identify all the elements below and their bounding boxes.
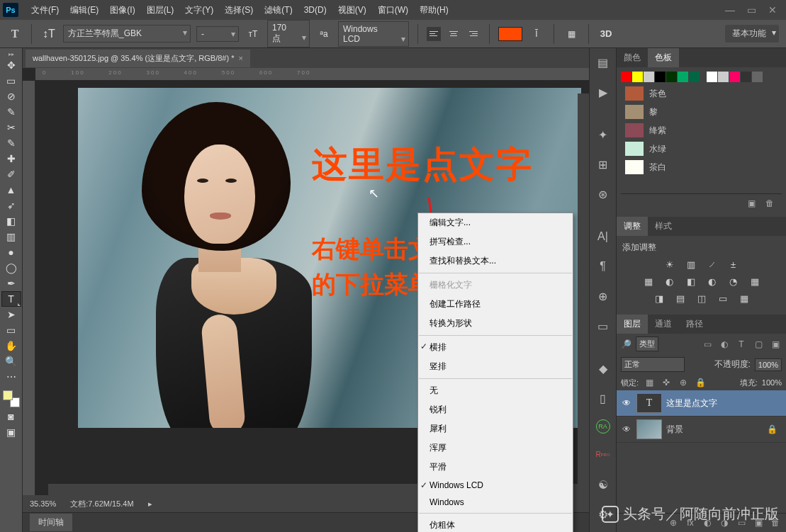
align-center-button[interactable] [447, 27, 461, 41]
ctx-vertical[interactable]: 竖排 [418, 357, 573, 376]
chmix-icon[interactable]: ▦ [747, 275, 763, 288]
menu-window[interactable]: 窗口(W) [372, 1, 414, 19]
lock-pixels-icon[interactable]: ▦ [643, 376, 656, 389]
swatch[interactable] [752, 72, 763, 82]
menu-file[interactable]: 文件(F) [26, 1, 64, 19]
fg-bg-colors[interactable] [1, 389, 21, 409]
blend-mode-dropdown[interactable]: 正常 [621, 357, 685, 372]
brightness-icon[interactable]: ☀ [662, 258, 678, 271]
tab-color[interactable]: 颜色 [617, 48, 648, 67]
brush-panel-icon[interactable]: ✦ [595, 126, 612, 143]
layer-item[interactable]: 👁 背景 🔒 [617, 417, 786, 443]
vibrance-icon[interactable]: ▦ [641, 275, 656, 288]
workspace-dropdown[interactable]: 基本功能 [725, 25, 779, 43]
device-panel-icon[interactable]: ▯ [595, 390, 612, 407]
ctx-workpath[interactable]: 创建工作路径 [418, 295, 573, 314]
swatch[interactable] [655, 72, 666, 82]
eyedropper-tool[interactable]: ✎ [1, 135, 21, 151]
font-family-dropdown[interactable]: 方正兰亭特黑_GBK [63, 25, 191, 43]
shape-tool[interactable]: ▭ [1, 322, 21, 338]
warp-text-icon[interactable]: Ĩ [528, 26, 545, 43]
swatch-item[interactable]: 黎 [621, 103, 782, 121]
swatch[interactable] [689, 72, 700, 82]
blur-tool[interactable]: ● [1, 244, 21, 260]
antialias-dropdown[interactable]: Windows LCD [338, 21, 409, 47]
menu-layer[interactable]: 图层(L) [141, 1, 180, 19]
crop-tool[interactable]: ✂ [1, 120, 21, 135]
history-brush-tool[interactable]: ➶ [1, 198, 21, 213]
lock-artboard-icon[interactable]: ⊕ [677, 376, 690, 389]
visibility-icon[interactable]: 👁 [621, 398, 632, 408]
hue-icon[interactable]: ◐ [662, 275, 678, 288]
delete-swatch-icon[interactable]: 🗑 [763, 197, 776, 210]
levels-icon[interactable]: ▥ [683, 258, 699, 271]
quickmask-tool[interactable]: ◙ [1, 409, 21, 424]
ctx-faux-bold[interactable]: 仿粗体 [418, 516, 573, 532]
exposure-icon[interactable]: ± [726, 258, 741, 271]
brush-tool[interactable]: ✐ [1, 166, 21, 182]
char-panel-icon[interactable]: ▦ [563, 26, 580, 43]
eraser-tool[interactable]: ◧ [1, 213, 21, 229]
filter-type-icon[interactable]: T [735, 338, 748, 351]
tab-swatches[interactable]: 色板 [648, 48, 679, 67]
tab-adjust[interactable]: 调整 [617, 217, 648, 236]
bw-icon[interactable]: ◐ [704, 275, 720, 288]
rpro-panel-icon[interactable]: RPRO [595, 446, 612, 463]
dodge-tool[interactable]: ◯ [1, 260, 21, 276]
lasso-tool[interactable]: ⊘ [1, 89, 21, 104]
screenmode-tool[interactable]: ▣ [1, 424, 21, 440]
poster-icon[interactable]: ▤ [673, 292, 688, 305]
ruler-horizontal[interactable] [35, 68, 589, 81]
filter-smart-icon[interactable]: ▣ [769, 338, 782, 351]
ctx-horizontal[interactable]: ✓横排 [418, 338, 573, 357]
tab-styles[interactable]: 样式 [648, 217, 679, 236]
glyphs-panel-icon[interactable]: ⊕ [595, 288, 612, 305]
timeline-tab[interactable]: 时间轴 [30, 514, 72, 531]
menu-view[interactable]: 视图(V) [332, 1, 372, 19]
pen-tool[interactable]: ✒ [1, 276, 21, 291]
swatch-item[interactable]: 茶白 [621, 158, 782, 176]
align-right-button[interactable] [466, 27, 481, 41]
marquee-tool[interactable]: ▭ [1, 73, 21, 89]
clone-panel-icon[interactable]: ⊛ [595, 186, 612, 203]
edit-toolbar[interactable]: ⋯ [1, 369, 21, 385]
curves-icon[interactable]: ⟋ [704, 258, 720, 271]
ctx-aa-none[interactable]: 无 [418, 381, 573, 400]
doc-info[interactable]: 文档:7.62M/15.4M [70, 499, 133, 509]
ctx-aa-strong[interactable]: 浑厚 [418, 438, 573, 458]
stamp-tool[interactable]: ▲ [1, 182, 21, 198]
ctx-aa-windows[interactable]: Windows [418, 494, 573, 511]
type-tool[interactable]: T [1, 291, 21, 307]
menu-3d[interactable]: 3D(D) [298, 2, 332, 18]
align-left-button[interactable] [427, 27, 441, 41]
menu-select[interactable]: 选择(S) [219, 1, 259, 19]
ctx-aa-winlcd[interactable]: ✓Windows LCD [418, 477, 573, 494]
quick-select-tool[interactable]: ✎ [1, 104, 21, 120]
text-color-swatch[interactable] [498, 27, 522, 41]
swatch[interactable] [644, 72, 654, 82]
ctx-aa-sharp[interactable]: 锐利 [418, 400, 573, 419]
swatch[interactable] [729, 72, 740, 82]
swatch[interactable] [632, 72, 643, 82]
menu-type[interactable]: 文字(Y) [179, 1, 219, 19]
close-icon[interactable]: × [238, 54, 242, 62]
font-style-dropdown[interactable]: - [196, 26, 239, 42]
selcolor-icon[interactable]: ▦ [736, 292, 752, 305]
ctx-aa-smooth[interactable]: 平滑 [418, 458, 573, 477]
actions-panel-icon[interactable]: ▶ [595, 84, 612, 101]
doc-info-arrow[interactable]: ▸ [148, 499, 152, 509]
gradient-tool[interactable]: ▥ [1, 229, 21, 244]
history-panel-icon[interactable]: ▤ [595, 54, 612, 71]
swatch[interactable] [707, 72, 717, 82]
tab-paths[interactable]: 路径 [679, 315, 710, 334]
hand-tool[interactable]: ✋ [1, 338, 21, 353]
path-select-tool[interactable]: ➤ [1, 307, 21, 322]
ctx-spellcheck[interactable]: 拼写检查... [418, 232, 573, 251]
lock-position-icon[interactable]: ✜ [660, 376, 673, 389]
zoom-level[interactable]: 35.35% [30, 499, 56, 508]
colbal-icon[interactable]: ◧ [683, 275, 699, 288]
tab-channels[interactable]: 通道 [648, 315, 679, 334]
menu-image[interactable]: 图像(I) [104, 1, 140, 19]
window-close[interactable]: ✕ [762, 3, 783, 17]
ctx-to-shape[interactable]: 转换为形状 [418, 314, 573, 333]
